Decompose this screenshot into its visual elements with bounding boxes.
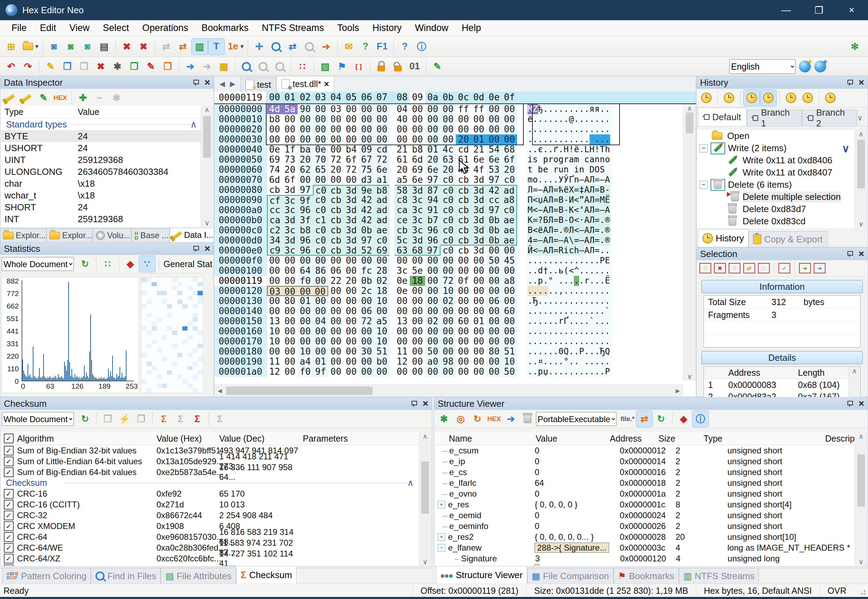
inspector-col-type[interactable]: Type (1, 107, 74, 117)
algorithm-checkbox[interactable]: ✓ (4, 532, 14, 542)
menu-help[interactable]: Help (455, 23, 488, 33)
hex-byte[interactable]: 00 (298, 286, 313, 296)
menu-select[interactable]: Select (96, 23, 136, 33)
hex-byte[interactable]: cb (328, 205, 344, 215)
close-panel-icon[interactable]: × (859, 399, 864, 408)
hex-byte[interactable]: ca (267, 215, 282, 225)
hex-byte[interactable]: 64 (298, 266, 313, 276)
expander-icon[interactable]: − (699, 144, 708, 152)
hex-byte[interactable]: 54 (487, 144, 502, 155)
algorithm-checkbox[interactable]: ✓ (4, 467, 14, 477)
hex-byte[interactable]: 00 (313, 286, 328, 296)
menu-tools[interactable]: Tools (331, 23, 366, 33)
hex-byte[interactable]: cb (328, 185, 344, 195)
checksum-row[interactable]: ✓CRC-320x86672c442 254 908 484 (1, 510, 431, 521)
branch-tab-branch-1[interactable]: Branch 1 (747, 110, 802, 126)
checksum-add-algorithm-icon[interactable]: Σ (156, 411, 172, 427)
hex-byte[interactable]: c0 (440, 175, 456, 185)
hex-byte[interactable]: 00 (359, 336, 374, 346)
hex-byte[interactable]: c0 (374, 235, 390, 245)
hex-byte[interactable]: 00 (267, 134, 282, 144)
hex-row[interactable]: 00000090cf3c9fc0cb3d42adc83c94c0cb3dcca8… (214, 195, 683, 205)
hex-byte[interactable]: 00 (359, 326, 374, 336)
hex-byte[interactable]: 75 (359, 165, 374, 175)
hex-byte[interactable]: 00 (487, 134, 502, 144)
hex-byte[interactable]: 3c (410, 195, 425, 205)
pin-icon[interactable] (193, 246, 198, 251)
hex-byte[interactable]: 00 (456, 124, 471, 134)
structure-col-type[interactable]: Type (704, 433, 825, 444)
hex-byte[interactable]: 00 (298, 134, 313, 144)
structure-col-address[interactable]: Address (610, 433, 659, 444)
hex-byte[interactable]: 00 (471, 357, 487, 367)
history-item[interactable]: Delete multiple selection (697, 191, 855, 203)
hex-byte[interactable]: 00 (440, 266, 456, 276)
hex-byte[interactable]: 00 (374, 104, 390, 114)
resize-grip[interactable] (854, 584, 868, 597)
hex-byte[interactable]: 00 (471, 336, 487, 346)
hex-byte[interactable]: 70 (313, 155, 328, 165)
hex-byte[interactable]: b0 (374, 357, 390, 367)
ascii-column[interactable]: t be run in DOS (526, 165, 612, 175)
number-base-icon[interactable]: 1e (225, 39, 241, 55)
hex-byte[interactable]: cb (456, 245, 471, 256)
hex-row[interactable]: 000000a0cc3c96c0cb3d42adca3c91c0cb3d97c0… (214, 205, 683, 215)
hex-byte[interactable]: 22 (328, 276, 344, 286)
hex-byte[interactable]: c0 (440, 235, 456, 245)
hex-byte[interactable]: 00 (344, 114, 359, 124)
hex-byte[interactable]: 72 (359, 316, 374, 326)
hex-byte[interactable]: 00 (328, 326, 344, 336)
menu-file[interactable]: File (5, 23, 33, 33)
history-import-icon[interactable] (783, 90, 799, 106)
find-all-icon[interactable] (272, 59, 288, 75)
hex-byte[interactable]: 00 (410, 306, 425, 316)
hex-byte[interactable]: 00 (282, 266, 298, 276)
hex-byte[interactable]: cb (456, 175, 471, 185)
hex-byte[interactable]: 00 (328, 134, 344, 144)
structure-unbind-icon[interactable]: ◆ (676, 411, 692, 427)
ascii-column[interactable]: М<–АЛ=B-К<‘АЛ=—А (526, 205, 612, 215)
stats-refresh-icon[interactable]: ↻ (77, 256, 93, 272)
hex-byte[interactable]: 00 (282, 124, 298, 134)
selection-save-icon[interactable]: ➔ (799, 263, 811, 273)
hex-row[interactable]: 000000f000000000000000000000000000005045… (214, 256, 683, 266)
hex-byte[interactable]: 00 (282, 316, 298, 326)
hex-byte[interactable]: 3d (344, 215, 359, 225)
hex-byte[interactable]: 6f (344, 155, 359, 165)
inspector-group-standard-types[interactable]: Standard types∧ (1, 118, 213, 130)
hex-byte[interactable]: 3d (471, 245, 487, 256)
dock-tab-base[interactable]: HDBase ... (131, 229, 170, 242)
algorithm-checkbox[interactable]: ✓ (4, 543, 14, 553)
hex-byte[interactable]: cb (328, 235, 344, 245)
structure-row[interactable]: +e_res{ 0, 0, 0, 0 }0x0000001c8unsigned … (435, 499, 867, 510)
open-document-icon[interactable] (20, 39, 36, 55)
hex-byte[interactable]: 00 (440, 367, 456, 377)
hex-byte[interactable]: 00 (267, 346, 282, 357)
hex-byte[interactable]: 06 (359, 306, 374, 316)
dock-tab-file-comparison[interactable]: ▦File Comparison (527, 568, 613, 584)
hex-byte[interactable]: 00 (456, 286, 471, 296)
history-overview-icon[interactable] (744, 90, 760, 106)
save-versions-icon[interactable]: ◙ (80, 39, 95, 55)
checksum-row[interactable]: ✓CRC-64/WE0xa0c28b306fed...11 583 974 23… (1, 542, 431, 553)
hex-byte[interactable]: 00 (425, 104, 440, 114)
hex-byte[interactable]: 00 (471, 306, 487, 316)
hex-byte[interactable]: 58 (395, 185, 410, 195)
branch-tabs-dropdown-icon[interactable]: ∨ (857, 113, 863, 123)
hex-row[interactable]: 000001901100a401000000b01200a09800000010… (214, 357, 683, 367)
history-dock-tab-history[interactable]: History (698, 229, 749, 247)
ascii-column[interactable]: П<џАЛ=B-И<”АЛ=МЁ (526, 195, 612, 205)
hex-byte[interactable]: f0 (298, 276, 313, 286)
hex-row[interactable]: 000000b0ca3d3fc1cb3d42adce3cb7c0cb3d0bae… (214, 215, 683, 225)
structure-row[interactable]: –e_ovno00x0000001a2unsigned short (435, 488, 867, 499)
hex-byte[interactable]: cd (456, 144, 471, 155)
history-item[interactable]: Delete 0xd83cd (697, 215, 855, 227)
hex-byte[interactable]: b8 (267, 114, 282, 124)
hex-byte[interactable]: c0 (440, 215, 456, 225)
hex-byte[interactable]: b8 (298, 225, 313, 235)
hex-byte[interactable]: 20 (298, 155, 313, 165)
ascii-column[interactable]: ................ (526, 336, 612, 346)
hex-byte[interactable]: 72 (328, 155, 344, 165)
hex-byte[interactable]: c0 (440, 205, 456, 215)
hex-byte[interactable]: 00 (487, 104, 502, 114)
